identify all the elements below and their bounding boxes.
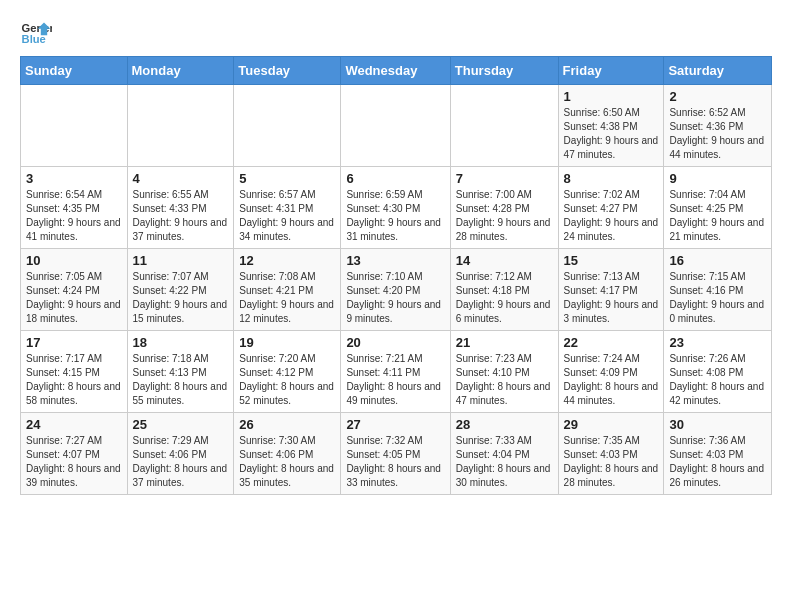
day-info: Sunrise: 7:17 AM Sunset: 4:15 PM Dayligh… bbox=[26, 352, 122, 408]
day-cell: 12Sunrise: 7:08 AM Sunset: 4:21 PM Dayli… bbox=[234, 249, 341, 331]
day-cell: 25Sunrise: 7:29 AM Sunset: 4:06 PM Dayli… bbox=[127, 413, 234, 495]
day-cell: 30Sunrise: 7:36 AM Sunset: 4:03 PM Dayli… bbox=[664, 413, 772, 495]
day-cell: 15Sunrise: 7:13 AM Sunset: 4:17 PM Dayli… bbox=[558, 249, 664, 331]
day-info: Sunrise: 7:04 AM Sunset: 4:25 PM Dayligh… bbox=[669, 188, 766, 244]
col-header-monday: Monday bbox=[127, 57, 234, 85]
page: General Blue SundayMondayTuesdayWednesda… bbox=[0, 0, 792, 505]
day-cell: 28Sunrise: 7:33 AM Sunset: 4:04 PM Dayli… bbox=[450, 413, 558, 495]
day-number: 12 bbox=[239, 253, 335, 268]
day-info: Sunrise: 7:32 AM Sunset: 4:05 PM Dayligh… bbox=[346, 434, 444, 490]
day-info: Sunrise: 7:21 AM Sunset: 4:11 PM Dayligh… bbox=[346, 352, 444, 408]
day-number: 3 bbox=[26, 171, 122, 186]
day-info: Sunrise: 6:54 AM Sunset: 4:35 PM Dayligh… bbox=[26, 188, 122, 244]
day-info: Sunrise: 7:12 AM Sunset: 4:18 PM Dayligh… bbox=[456, 270, 553, 326]
day-cell: 11Sunrise: 7:07 AM Sunset: 4:22 PM Dayli… bbox=[127, 249, 234, 331]
day-number: 1 bbox=[564, 89, 659, 104]
day-number: 15 bbox=[564, 253, 659, 268]
day-cell bbox=[21, 85, 128, 167]
day-number: 11 bbox=[133, 253, 229, 268]
week-row-4: 17Sunrise: 7:17 AM Sunset: 4:15 PM Dayli… bbox=[21, 331, 772, 413]
day-info: Sunrise: 7:29 AM Sunset: 4:06 PM Dayligh… bbox=[133, 434, 229, 490]
day-info: Sunrise: 7:35 AM Sunset: 4:03 PM Dayligh… bbox=[564, 434, 659, 490]
day-info: Sunrise: 6:57 AM Sunset: 4:31 PM Dayligh… bbox=[239, 188, 335, 244]
day-cell: 16Sunrise: 7:15 AM Sunset: 4:16 PM Dayli… bbox=[664, 249, 772, 331]
logo-icon: General Blue bbox=[20, 16, 52, 48]
day-cell bbox=[127, 85, 234, 167]
day-number: 24 bbox=[26, 417, 122, 432]
day-cell: 23Sunrise: 7:26 AM Sunset: 4:08 PM Dayli… bbox=[664, 331, 772, 413]
day-info: Sunrise: 7:00 AM Sunset: 4:28 PM Dayligh… bbox=[456, 188, 553, 244]
day-cell: 21Sunrise: 7:23 AM Sunset: 4:10 PM Dayli… bbox=[450, 331, 558, 413]
col-header-saturday: Saturday bbox=[664, 57, 772, 85]
day-info: Sunrise: 7:30 AM Sunset: 4:06 PM Dayligh… bbox=[239, 434, 335, 490]
week-row-3: 10Sunrise: 7:05 AM Sunset: 4:24 PM Dayli… bbox=[21, 249, 772, 331]
day-number: 18 bbox=[133, 335, 229, 350]
day-info: Sunrise: 7:15 AM Sunset: 4:16 PM Dayligh… bbox=[669, 270, 766, 326]
week-row-2: 3Sunrise: 6:54 AM Sunset: 4:35 PM Daylig… bbox=[21, 167, 772, 249]
col-header-thursday: Thursday bbox=[450, 57, 558, 85]
day-cell: 10Sunrise: 7:05 AM Sunset: 4:24 PM Dayli… bbox=[21, 249, 128, 331]
day-number: 8 bbox=[564, 171, 659, 186]
day-info: Sunrise: 7:13 AM Sunset: 4:17 PM Dayligh… bbox=[564, 270, 659, 326]
day-number: 28 bbox=[456, 417, 553, 432]
day-number: 27 bbox=[346, 417, 444, 432]
day-number: 30 bbox=[669, 417, 766, 432]
day-info: Sunrise: 7:05 AM Sunset: 4:24 PM Dayligh… bbox=[26, 270, 122, 326]
day-number: 4 bbox=[133, 171, 229, 186]
day-info: Sunrise: 7:10 AM Sunset: 4:20 PM Dayligh… bbox=[346, 270, 444, 326]
day-number: 21 bbox=[456, 335, 553, 350]
col-header-sunday: Sunday bbox=[21, 57, 128, 85]
day-cell: 7Sunrise: 7:00 AM Sunset: 4:28 PM Daylig… bbox=[450, 167, 558, 249]
day-cell: 17Sunrise: 7:17 AM Sunset: 4:15 PM Dayli… bbox=[21, 331, 128, 413]
day-number: 13 bbox=[346, 253, 444, 268]
day-number: 6 bbox=[346, 171, 444, 186]
day-cell: 1Sunrise: 6:50 AM Sunset: 4:38 PM Daylig… bbox=[558, 85, 664, 167]
day-cell: 2Sunrise: 6:52 AM Sunset: 4:36 PM Daylig… bbox=[664, 85, 772, 167]
day-cell: 29Sunrise: 7:35 AM Sunset: 4:03 PM Dayli… bbox=[558, 413, 664, 495]
day-cell: 8Sunrise: 7:02 AM Sunset: 4:27 PM Daylig… bbox=[558, 167, 664, 249]
calendar-table: SundayMondayTuesdayWednesdayThursdayFrid… bbox=[20, 56, 772, 495]
day-info: Sunrise: 6:59 AM Sunset: 4:30 PM Dayligh… bbox=[346, 188, 444, 244]
day-info: Sunrise: 7:27 AM Sunset: 4:07 PM Dayligh… bbox=[26, 434, 122, 490]
week-row-5: 24Sunrise: 7:27 AM Sunset: 4:07 PM Dayli… bbox=[21, 413, 772, 495]
day-cell bbox=[450, 85, 558, 167]
day-number: 7 bbox=[456, 171, 553, 186]
day-info: Sunrise: 7:20 AM Sunset: 4:12 PM Dayligh… bbox=[239, 352, 335, 408]
day-number: 22 bbox=[564, 335, 659, 350]
week-row-1: 1Sunrise: 6:50 AM Sunset: 4:38 PM Daylig… bbox=[21, 85, 772, 167]
day-number: 17 bbox=[26, 335, 122, 350]
day-cell bbox=[234, 85, 341, 167]
day-cell: 9Sunrise: 7:04 AM Sunset: 4:25 PM Daylig… bbox=[664, 167, 772, 249]
day-number: 20 bbox=[346, 335, 444, 350]
day-cell: 24Sunrise: 7:27 AM Sunset: 4:07 PM Dayli… bbox=[21, 413, 128, 495]
day-info: Sunrise: 6:55 AM Sunset: 4:33 PM Dayligh… bbox=[133, 188, 229, 244]
day-info: Sunrise: 7:23 AM Sunset: 4:10 PM Dayligh… bbox=[456, 352, 553, 408]
day-number: 5 bbox=[239, 171, 335, 186]
day-cell: 19Sunrise: 7:20 AM Sunset: 4:12 PM Dayli… bbox=[234, 331, 341, 413]
col-header-friday: Friday bbox=[558, 57, 664, 85]
day-info: Sunrise: 6:50 AM Sunset: 4:38 PM Dayligh… bbox=[564, 106, 659, 162]
day-cell: 13Sunrise: 7:10 AM Sunset: 4:20 PM Dayli… bbox=[341, 249, 450, 331]
day-number: 29 bbox=[564, 417, 659, 432]
day-number: 19 bbox=[239, 335, 335, 350]
col-header-wednesday: Wednesday bbox=[341, 57, 450, 85]
day-cell: 20Sunrise: 7:21 AM Sunset: 4:11 PM Dayli… bbox=[341, 331, 450, 413]
day-cell: 18Sunrise: 7:18 AM Sunset: 4:13 PM Dayli… bbox=[127, 331, 234, 413]
day-number: 16 bbox=[669, 253, 766, 268]
day-cell: 4Sunrise: 6:55 AM Sunset: 4:33 PM Daylig… bbox=[127, 167, 234, 249]
logo: General Blue bbox=[20, 16, 56, 48]
day-number: 26 bbox=[239, 417, 335, 432]
day-info: Sunrise: 7:36 AM Sunset: 4:03 PM Dayligh… bbox=[669, 434, 766, 490]
day-info: Sunrise: 7:07 AM Sunset: 4:22 PM Dayligh… bbox=[133, 270, 229, 326]
day-cell: 5Sunrise: 6:57 AM Sunset: 4:31 PM Daylig… bbox=[234, 167, 341, 249]
day-cell: 3Sunrise: 6:54 AM Sunset: 4:35 PM Daylig… bbox=[21, 167, 128, 249]
day-cell bbox=[341, 85, 450, 167]
day-info: Sunrise: 7:18 AM Sunset: 4:13 PM Dayligh… bbox=[133, 352, 229, 408]
day-number: 9 bbox=[669, 171, 766, 186]
day-info: Sunrise: 6:52 AM Sunset: 4:36 PM Dayligh… bbox=[669, 106, 766, 162]
day-info: Sunrise: 7:24 AM Sunset: 4:09 PM Dayligh… bbox=[564, 352, 659, 408]
day-number: 14 bbox=[456, 253, 553, 268]
day-cell: 6Sunrise: 6:59 AM Sunset: 4:30 PM Daylig… bbox=[341, 167, 450, 249]
day-info: Sunrise: 7:33 AM Sunset: 4:04 PM Dayligh… bbox=[456, 434, 553, 490]
day-info: Sunrise: 7:08 AM Sunset: 4:21 PM Dayligh… bbox=[239, 270, 335, 326]
